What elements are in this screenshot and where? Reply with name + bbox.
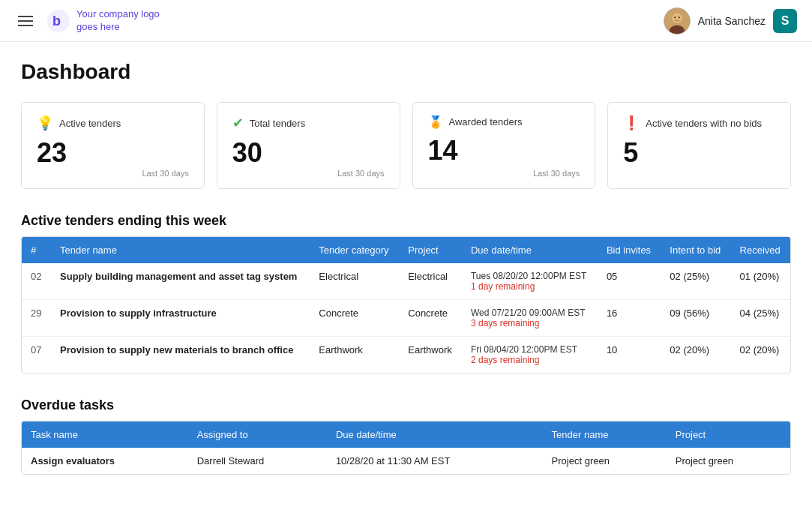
table-row: 29 Provision to supply infrastructure Co… [22,300,790,337]
cell-intent: 02 (20%) [661,337,730,374]
cell-num: 07 [22,337,51,374]
col-tender-name: Tender name [51,237,310,263]
svg-text:b: b [52,14,61,28]
page-title: Dashboard [21,60,791,84]
header-right: Anita Sanchez S [664,8,797,34]
no-bids-label: Active tenders with no bids [646,118,762,129]
total-tenders-footer: Last 30 days [232,169,385,178]
svg-point-6 [678,16,679,18]
overdue-tasks-table: Task name Assigned to Due date/time Tend… [22,422,790,474]
overdue-tasks-table-wrapper: Task name Assigned to Due date/time Tend… [21,421,791,475]
col-intent: Intent to bid [661,237,730,263]
cell-project: Project green [667,448,790,474]
active-tenders-table: # Tender name Tender category Project Du… [22,237,790,373]
cell-received: 01 (20%) [731,263,790,300]
col-num: # [22,237,51,263]
col-bid-invites: Bid invites [598,237,661,263]
cell-bid-invites: 05 [598,263,661,300]
stat-card-header: ✔ Total tenders [232,115,385,131]
cell-tender-name: Provision to supply infrastructure [51,300,310,337]
awarded-tenders-number: 14 [428,135,580,169]
cell-project: Concrete [399,300,462,337]
cell-due: Wed 07/21/20 09:00AM EST 3 days remainin… [462,300,598,337]
svg-point-3 [672,13,682,22]
col-due: Due date/time [462,237,598,263]
logo-text: Your company logo goes here [76,8,160,34]
cell-bid-invites: 16 [598,300,661,337]
cell-assigned-to: Darrell Steward [188,448,327,474]
active-tenders-number: 23 [37,137,189,169]
cell-due-datetime: 10/28/20 at 11:30 AM EST [327,448,543,474]
active-tenders-section-title: Active tenders ending this week [21,213,791,229]
active-tenders-label: Active tenders [59,118,121,129]
active-tenders-icon: 💡 [37,115,53,131]
total-tenders-number: 30 [232,137,385,169]
stats-row: 💡 Active tenders 23 Last 30 days ✔ Total… [21,102,791,189]
logo-area: b Your company logo goes here [46,8,160,34]
col-project: Project [667,422,790,448]
cell-num: 02 [22,263,51,300]
cell-project: Electrical [399,263,462,300]
no-bids-number: 5 [623,137,775,178]
svg-point-5 [674,16,676,18]
header-left: b Your company logo goes here [15,8,160,34]
active-tenders-section: Active tenders ending this week # Tender… [21,213,791,374]
cell-due: Tues 08/20/20 12:00PM EST 1 day remainin… [462,263,598,300]
cell-tender-name: Provision to supply new materials to bra… [51,337,310,374]
col-due-datetime: Due date/time [327,422,543,448]
cell-category: Concrete [310,300,399,337]
cell-intent: 09 (56%) [661,300,730,337]
stat-card-header: 🏅 Awarded tenders [428,115,580,129]
active-tenders-footer: Last 30 days [37,169,189,178]
active-tenders-header-row: # Tender name Tender category Project Du… [22,237,790,263]
total-tenders-label: Total tenders [250,118,305,129]
hamburger-menu[interactable] [15,13,36,29]
active-tenders-table-wrapper: # Tender name Tender category Project Du… [21,236,791,374]
awarded-tenders-footer: Last 30 days [428,169,580,178]
cell-task-name: Assign evaluators [22,448,188,474]
cell-received: 02 (20%) [731,337,790,374]
cell-category: Earthwork [310,337,399,374]
cell-received: 04 (25%) [731,300,790,337]
cell-tender-name: Project green [543,448,667,474]
stat-card-awarded-tenders: 🏅 Awarded tenders 14 Last 30 days [412,102,596,189]
user-name: Anita Sanchez [698,15,766,27]
overdue-tasks-title: Overdue tasks [21,398,791,413]
cell-tender-name: Supply building management and asset tag… [51,263,310,300]
cell-project: Earthwork [399,337,462,374]
avatar [664,8,691,34]
stat-card-total-tenders: ✔ Total tenders 30 Last 30 days [217,102,400,189]
cell-category: Electrical [310,263,399,300]
overdue-tasks-section: Overdue tasks Task name Assigned to Due … [21,398,791,475]
stat-card-header: 💡 Active tenders [37,115,189,131]
overdue-tasks-header-row: Task name Assigned to Due date/time Tend… [22,422,790,448]
logo-icon: b [46,9,70,33]
table-row: 02 Supply building management and asset … [22,263,790,300]
cell-due: Fri 08/04/20 12:00PM EST 2 days remainin… [462,337,598,374]
table-row: Assign evaluators Darrell Steward 10/28/… [22,448,790,474]
col-tender-name: Tender name [543,422,667,448]
col-category: Tender category [310,237,399,263]
header: b Your company logo goes here Anita Sanc… [0,0,812,42]
cell-bid-invites: 10 [598,337,661,374]
total-tenders-icon: ✔ [232,115,244,131]
no-bids-icon: ❗ [623,115,640,131]
col-assigned-to: Assigned to [188,422,327,448]
teams-icon[interactable]: S [773,9,797,33]
col-received: Received [731,237,790,263]
col-task-name: Task name [22,422,188,448]
awarded-tenders-label: Awarded tenders [449,116,523,128]
cell-num: 29 [22,300,51,337]
main-content: Dashboard 💡 Active tenders 23 Last 30 da… [0,42,812,510]
stat-card-no-bids: ❗ Active tenders with no bids 5 [607,102,791,189]
stat-card-header: ❗ Active tenders with no bids [623,115,775,131]
cell-intent: 02 (25%) [661,263,730,300]
col-project: Project [399,237,462,263]
awarded-tenders-icon: 🏅 [428,115,443,129]
table-row: 07 Provision to supply new materials to … [22,337,790,374]
stat-card-active-tenders: 💡 Active tenders 23 Last 30 days [21,102,205,189]
